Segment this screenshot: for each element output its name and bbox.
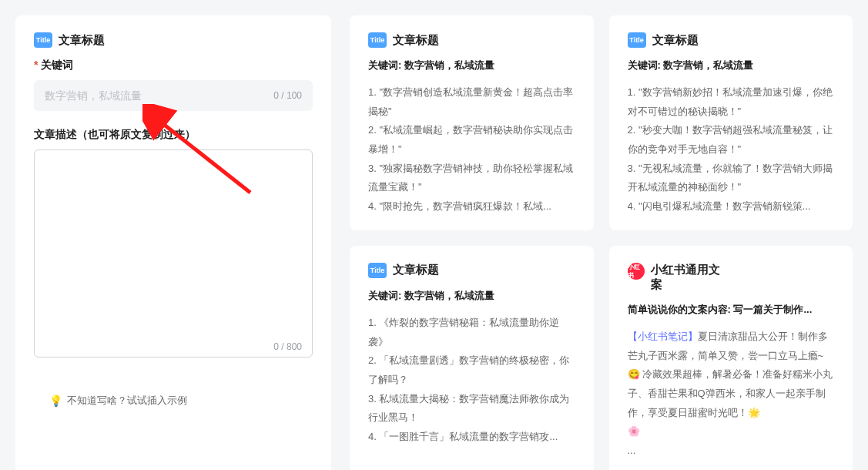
lightbulb-icon: 💡 [49,394,62,407]
description-label: 文章描述（也可将原文复制过来） [34,128,313,142]
card-header: Title 文章标题 [368,32,575,48]
title-badge-icon: Title [34,32,52,48]
card-title: 文章标题 [393,33,439,48]
title-badge-icon: Title [368,263,387,278]
emoji-icon: 😋 [628,368,640,380]
title-badge-icon: Title [368,32,387,48]
result-card[interactable]: Title 文章标题 关键词: 数字营销，私域流量 1. "数字营销创造私域流量… [350,15,594,230]
card-body: 1. "数字营销新妙招！私域流量加速引爆，你绝对不可错过的秘诀揭晓！" 2. "… [628,83,835,217]
card-header: Title 文章标题 [628,32,835,48]
keyword-counter: 0 / 100 [273,90,302,101]
emoji-icon: 🌟 [748,407,760,418]
insert-example-button[interactable]: 💡 不知道写啥？试试插入示例 [49,394,187,408]
card-body: 1. "数字营销创造私域流量新黄金！超高点击率揭秘" 2. "私域流量崛起，数字… [368,83,575,217]
keyword-input-wrap: 0 / 100 [34,80,313,111]
keyword-label: *关键词 [34,59,313,72]
results-grid: Title 文章标题 关键词: 数字营销，私域流量 1. "数字营销创造私域流量… [350,15,853,470]
keyword-input[interactable] [34,80,313,111]
card-subtitle: 关键词: 数字营销，私域流量 [368,59,575,72]
result-card-xhs[interactable]: 小红书 小红书通用文 案 简单说说你的文案内容: 写一篇关于制作... 【小红书… [609,246,853,470]
title-badge-icon: Title [628,32,646,48]
card-body: 1. 《炸裂的数字营销秘籍：私域流量助你逆袭》 2. 「私域流量剧透」数字营销的… [368,314,575,447]
card-header: Title 文章标题 [368,263,575,278]
description-textarea[interactable] [34,149,313,358]
xhs-badge-icon: 小红书 [628,263,645,280]
emoji-icon: 🌸 [628,425,640,437]
description-wrap: 0 / 800 [34,149,313,360]
required-mark: * [34,59,38,71]
input-form-panel: Title 文章标题 *关键词 0 / 100 文章描述（也可将原文复制过来） … [15,15,331,470]
card-title: 文章标题 [393,263,439,277]
description-counter: 0 / 800 [273,341,302,352]
card-subtitle: 关键词: 数字营销，私域流量 [368,289,575,303]
card-title: 文章标题 [652,33,699,48]
card-body: 【小红书笔记】夏日清凉甜品大公开！制作多芒丸子西米露，简单又赞，尝一口立马上瘾~… [628,327,835,461]
card-subtitle: 关键词: 数字营销，私域流量 [628,59,835,72]
panel-title: 文章标题 [59,33,105,48]
card-header: 小红书 小红书通用文 案 [628,263,835,292]
result-card[interactable]: Title 文章标题 关键词: 数字营销，私域流量 1. 《炸裂的数字营销秘籍：… [350,246,594,470]
panel-header: Title 文章标题 [34,32,313,48]
result-card[interactable]: Title 文章标题 关键词: 数字营销，私域流量 1. "数字营销新妙招！私域… [609,15,853,230]
example-hint-text: 不知道写啥？试试插入示例 [67,394,187,408]
highlight-prefix: 【小红书笔记】 [628,331,698,342]
card-title: 小红书通用文 案 [651,263,720,292]
card-subtitle: 简单说说你的文案内容: 写一篇关于制作... [628,303,835,317]
